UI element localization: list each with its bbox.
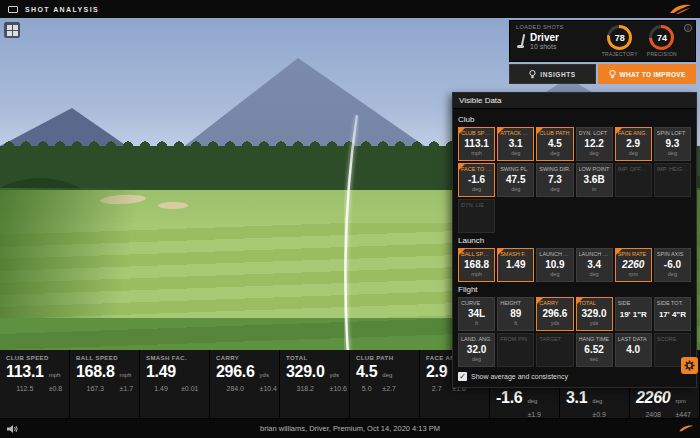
section-header-flight: Flight <box>458 285 691 294</box>
bottom-metric-average <box>566 411 587 418</box>
tile-label: CLUB PATH <box>539 130 570 136</box>
metric-tile-total[interactable]: TOTAL329.0yds <box>576 297 613 331</box>
tile-label: BALL SPEED <box>461 251 492 257</box>
bottom-metric-average: 1.49 <box>146 385 176 393</box>
window-icon[interactable] <box>8 6 18 13</box>
tile-value: 2260 <box>618 259 649 271</box>
statusbar: brian williams, Driver, Premium, Oct 14,… <box>0 418 700 438</box>
metric-tile-dyn-lie[interactable]: DYN. LIE <box>458 199 495 233</box>
show-average-checkbox[interactable]: ✓Show average and consistency <box>458 372 691 381</box>
metric-tile-attack-ang[interactable]: ATTACK ANG.3.1deg <box>497 127 534 161</box>
metric-tile-target[interactable]: TARGET <box>536 333 573 367</box>
metric-tile-curve[interactable]: CURVE34Lft <box>458 297 495 331</box>
brand-logo-icon <box>668 3 692 15</box>
metric-tile-spin-axis[interactable]: SPIN AXIS-6.0deg <box>654 248 691 282</box>
bottom-metric-average <box>496 411 522 418</box>
metric-tile-from-pin[interactable]: FROM PIN <box>497 333 534 367</box>
bottom-metric-ball-speed: BALL SPEED168.8mph167.3±1.7 <box>70 350 140 418</box>
bottom-metric-label: CARRY <box>216 355 277 361</box>
tile-label: IMP. OFFSET <box>618 166 649 172</box>
bottom-metric-consistency: ±0.01 <box>181 385 198 393</box>
tile-unit: deg <box>579 271 610 278</box>
tile-value: 47.5 <box>500 174 531 186</box>
metric-tile-launch-ang[interactable]: LAUNCH ANG.10.9deg <box>536 248 573 282</box>
tile-label: CURVE <box>461 300 492 306</box>
view-menu-grid-icon[interactable] <box>4 22 20 38</box>
bottom-metric-unit: mph <box>120 372 134 380</box>
tile-value: 3.6B <box>579 174 610 186</box>
metric-tile-imp-height[interactable]: IMP. HEIGHT <box>654 163 691 197</box>
bottom-metric-consistency: ±0.9 <box>592 411 606 418</box>
tile-value: 2.9 <box>618 138 649 150</box>
metric-tile-spin-loft[interactable]: SPIN LOFT9.3deg <box>654 127 691 161</box>
metric-tile-side[interactable]: SIDE19' 1"R <box>615 297 652 331</box>
metric-tile-imp-offset[interactable]: IMP. OFFSET <box>615 163 652 197</box>
tile-label: SPIN AXIS <box>657 251 688 257</box>
metric-tile-swing-dir[interactable]: SWING DIR.7.3deg <box>536 163 573 197</box>
tile-value: 168.8 <box>461 259 492 271</box>
bottom-metric-unit: yds <box>260 372 277 380</box>
bottom-metric-unit: mph <box>49 372 63 380</box>
tile-label: HANG TIME <box>579 336 610 342</box>
tile-unit: yds <box>539 320 570 327</box>
loaded-shots-panel[interactable]: LOADED SHOTS Driver 10 shots 78TRAJECTOR… <box>509 20 696 62</box>
metric-tile-face-ang[interactable]: FACE ANG.2.9deg <box>615 127 652 161</box>
score-gauges: 78TRAJECTORY74PRECISION <box>602 24 689 58</box>
tile-label: SCORE <box>657 336 688 342</box>
bottom-metric-value: 329.0 <box>286 364 325 380</box>
tile-unit: mph <box>461 271 492 278</box>
tile-unit: in <box>579 186 610 193</box>
metric-tile-side-tot[interactable]: SIDE TOT.17' 4"R <box>654 297 691 331</box>
metric-tile-dyn-loft[interactable]: DYN. LOFT12.2deg <box>576 127 613 161</box>
tile-unit: deg <box>579 150 610 157</box>
bottom-metric-consistency: ±447 <box>675 411 691 418</box>
tile-value: 6.52 <box>579 344 610 356</box>
metric-tile-spin-rate[interactable]: SPIN RATE2260rpm <box>615 248 652 282</box>
visible-data-title[interactable]: Visible Data <box>453 93 696 109</box>
metric-tile-smash-f[interactable]: SMASH F.1.49 <box>497 248 534 282</box>
session-info: brian williams, Driver, Premium, Oct 14,… <box>0 424 700 433</box>
settings-gear-button[interactable] <box>681 357 698 374</box>
metric-tile-swing-pl[interactable]: SWING PL.47.5deg <box>497 163 534 197</box>
info-icon[interactable]: i <box>684 24 692 32</box>
tile-label: CARRY <box>539 300 570 306</box>
precision-gauge: 74PRECISION <box>647 25 677 57</box>
tile-label: FROM PIN <box>500 336 531 342</box>
what-to-improve-button[interactable]: WHAT TO IMPROVE <box>598 64 696 84</box>
metric-tile-hang-time[interactable]: HANG TIME6.52sec <box>576 333 613 367</box>
insights-icon <box>529 70 536 79</box>
metric-tile-last-data[interactable]: LAST DATA4.0 <box>615 333 652 367</box>
metric-tile-face-to-path[interactable]: FACE TO PATH-1.6deg <box>458 163 495 197</box>
visible-data-panel: Visible Data ClubCLUB SPEED113.1mphATTAC… <box>452 92 697 388</box>
bottom-metric-average: 5.0 <box>356 385 377 393</box>
tile-value: 1.49 <box>500 259 531 271</box>
tile-label: LOW POINT <box>579 166 610 172</box>
tile-label: FACE TO PATH <box>461 166 492 172</box>
tile-value: 34L <box>461 308 492 320</box>
metric-tile-ball-speed[interactable]: BALL SPEED168.8mph <box>458 248 495 282</box>
tile-label: LAUNCH ANG. <box>539 251 570 257</box>
bottom-metric-smash-fac: SMASH FAC.1.491.49±0.01 <box>140 350 210 418</box>
tile-unit: deg <box>539 186 570 193</box>
insights-button[interactable]: INSIGHTS <box>509 64 596 84</box>
tile-label: CLUB SPEED <box>461 130 492 136</box>
metric-tile-low-point[interactable]: LOW POINT3.6Bin <box>576 163 613 197</box>
tile-label: SIDE TOT. <box>657 300 688 306</box>
gear-icon <box>684 360 695 371</box>
tile-unit: deg <box>500 186 531 193</box>
metric-tile-club-speed[interactable]: CLUB SPEED113.1mph <box>458 127 495 161</box>
metric-tile-height[interactable]: HEIGHT89ft <box>497 297 534 331</box>
metric-tile-land-ang[interactable]: LAND. ANG.32.0deg <box>458 333 495 367</box>
metric-tile-launch-dir[interactable]: LAUNCH DIR.3.4deg <box>576 248 613 282</box>
metric-tile-club-path[interactable]: CLUB PATH4.5deg <box>536 127 573 161</box>
bottom-metric-value: 2260 <box>636 390 670 406</box>
metric-tile-carry[interactable]: CARRY296.6yds <box>536 297 573 331</box>
tile-label: IMP. HEIGHT <box>657 166 688 172</box>
bottom-metric-value: 2.9 <box>426 364 447 380</box>
tile-unit: deg <box>500 150 531 157</box>
statusbar-brand-icon[interactable] <box>678 424 694 433</box>
bottom-metric-unit: deg <box>592 398 606 406</box>
bottom-metric-average: 2408 <box>636 411 670 418</box>
tile-unit: deg <box>539 271 570 278</box>
bottom-metric-value: 4.5 <box>356 364 377 380</box>
